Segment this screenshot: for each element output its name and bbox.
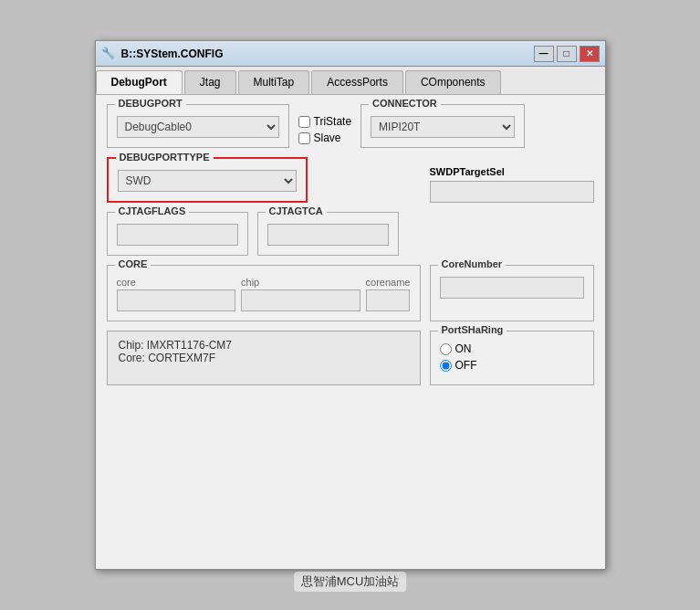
title-bar-left: 🔧 B::SYStem.CONFIG xyxy=(101,47,224,61)
watermark: 思智浦MCU加油站 xyxy=(294,572,407,592)
slave-checkbox-item[interactable]: Slave xyxy=(298,131,352,144)
info-chip-line: Chip: IMXRT1176-CM7 xyxy=(119,339,409,352)
core-subrow: core 1. chip 1. corename xyxy=(117,277,411,311)
connector-group: CONNECTOR MIPI20T xyxy=(360,104,525,148)
connector-select[interactable]: MIPI20T xyxy=(371,116,515,138)
cjtagflags-input[interactable]: 0x0 xyxy=(117,224,238,246)
tristate-label: TriState xyxy=(314,115,352,128)
cjtagtca-label: CJTAGTCA xyxy=(266,205,327,216)
core-field: core 1. xyxy=(117,277,236,311)
corenumber-group: CoreNumber 1. xyxy=(430,265,594,321)
tab-jtag[interactable]: Jtag xyxy=(184,70,236,94)
main-window: 🔧 B::SYStem.CONFIG — □ ✕ DebugPort Jtag … xyxy=(95,40,606,570)
debugporttype-select[interactable]: SWD xyxy=(118,170,297,192)
chip-field: chip 1. xyxy=(241,277,360,311)
window-title: B::SYStem.CONFIG xyxy=(121,47,224,60)
corenumber-input[interactable]: 1. xyxy=(440,277,584,299)
spacer-1 xyxy=(317,157,421,203)
tab-bar: DebugPort Jtag MultiTap AccessPorts COmp… xyxy=(96,67,605,95)
tab-accessports[interactable]: AccessPorts xyxy=(311,70,403,94)
chip-input[interactable]: 1. xyxy=(241,289,360,311)
tab-multitap[interactable]: MultiTap xyxy=(238,70,310,94)
row-1: DEBUGPORT DebugCable0 TriState Slave xyxy=(107,104,594,148)
row-5: Chip: IMXRT1176-CM7 Core: CORTEXM7F Port… xyxy=(107,331,594,385)
corenumber-content: 1. xyxy=(440,277,584,299)
tab-debugport[interactable]: DebugPort xyxy=(96,70,183,94)
portsharing-on-item[interactable]: ON xyxy=(440,342,584,355)
portsharing-content: ON OFF xyxy=(440,342,584,372)
debugport-select[interactable]: DebugCable0 xyxy=(117,116,279,138)
debugport-content: DebugCable0 xyxy=(117,116,279,138)
cjtagflags-label: CJTAGFLAGS xyxy=(115,205,190,216)
info-box: Chip: IMXRT1176-CM7 Core: CORTEXM7F xyxy=(107,331,421,385)
portsharing-label: PortSHaRing xyxy=(438,324,507,335)
core-input[interactable]: 1. xyxy=(117,289,236,311)
cjtagtca-group: CJTAGTCA 0x1 xyxy=(257,212,399,256)
swdptargetsel-area: SWDPTargetSel xyxy=(430,157,594,203)
portsharing-off-item[interactable]: OFF xyxy=(440,359,584,372)
core-group: CORE core 1. chip 1. corename xyxy=(107,265,421,321)
cjtagtca-content: 0x1 xyxy=(267,224,389,246)
tristate-checkbox[interactable] xyxy=(298,116,310,128)
portsharing-on-label: ON xyxy=(455,342,472,355)
corename-field: corename xyxy=(366,277,411,311)
title-bar: 🔧 B::SYStem.CONFIG — □ ✕ xyxy=(96,41,605,67)
slave-label: Slave xyxy=(314,131,341,144)
tab-components[interactable]: COmponents xyxy=(405,70,501,94)
main-content: DEBUGPORT DebugCable0 TriState Slave xyxy=(96,95,605,404)
debugporttype-content: SWD xyxy=(118,170,297,192)
title-buttons: — □ ✕ xyxy=(534,46,600,62)
minimize-button[interactable]: — xyxy=(534,46,554,62)
portsharing-on-radio[interactable] xyxy=(440,343,452,355)
row-4: CORE core 1. chip 1. corename xyxy=(107,265,594,321)
app-icon: 🔧 xyxy=(101,47,116,61)
portsharing-off-radio[interactable] xyxy=(440,360,452,372)
corenumber-label: CoreNumber xyxy=(438,258,507,269)
debugport-group: DEBUGPORT DebugCable0 xyxy=(107,104,289,148)
cjtagflags-group: CJTAGFLAGS 0x0 xyxy=(107,212,248,256)
spacer-2 xyxy=(408,212,594,256)
corename-sublabel: corename xyxy=(366,277,411,288)
core-content: core 1. chip 1. corename xyxy=(117,277,411,311)
swdptargetsel-input[interactable] xyxy=(430,181,594,203)
core-label: CORE xyxy=(115,258,151,269)
portsharing-group: PortSHaRing ON OFF xyxy=(430,331,594,385)
swdptargetsel-label: SWDPTargetSel xyxy=(430,166,594,177)
connector-label: CONNECTOR xyxy=(369,98,441,109)
row-3: CJTAGFLAGS 0x0 CJTAGTCA 0x1 xyxy=(107,212,594,256)
maximize-button[interactable]: □ xyxy=(557,46,577,62)
chip-sublabel: chip xyxy=(241,277,360,288)
close-button[interactable]: ✕ xyxy=(580,46,600,62)
tristate-checkbox-item[interactable]: TriState xyxy=(298,115,352,128)
checkbox-group: TriState Slave xyxy=(298,104,352,148)
connector-content: MIPI20T xyxy=(371,116,515,138)
cjtagtca-input[interactable]: 0x1 xyxy=(267,224,389,246)
slave-checkbox[interactable] xyxy=(298,132,310,144)
debugporttype-label: DEBUGPORTTYPE xyxy=(116,152,214,163)
core-sublabel: core xyxy=(117,277,236,288)
debugport-label: DEBUGPORT xyxy=(115,98,186,109)
row-2: DEBUGPORTTYPE SWD SWDPTargetSel xyxy=(107,157,594,203)
debugporttype-group: DEBUGPORTTYPE SWD xyxy=(107,157,308,203)
cjtagflags-content: 0x0 xyxy=(117,224,238,246)
portsharing-off-label: OFF xyxy=(455,359,477,372)
corename-input[interactable] xyxy=(366,289,411,311)
info-core-line: Core: CORTEXM7F xyxy=(119,352,409,364)
